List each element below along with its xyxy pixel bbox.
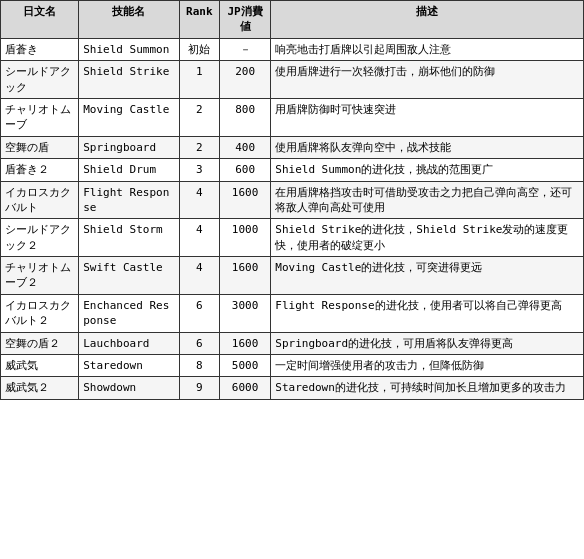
cell-rank: 6: [179, 332, 219, 354]
cell-jp-cost: 1600: [219, 181, 270, 219]
cell-skill-name: Flight Response: [79, 181, 180, 219]
cell-desc: Springboard的进化技，可用盾将队友弹得更高: [271, 332, 584, 354]
cell-desc: Staredown的进化技，可持续时间加长且增加更多的攻击力: [271, 377, 584, 399]
cell-skill-name: Shield Drum: [79, 159, 180, 181]
cell-jp-name: 盾蒼き２: [1, 159, 79, 181]
header-desc: 描述: [271, 1, 584, 39]
cell-skill-name: Shield Strike: [79, 61, 180, 99]
cell-jp-name: 空舞の盾２: [1, 332, 79, 354]
cell-desc: 响亮地击打盾牌以引起周围敌人注意: [271, 38, 584, 60]
cell-rank: 3: [179, 159, 219, 181]
cell-rank: 4: [179, 219, 219, 257]
cell-desc: 使用盾牌将队友弹向空中，战术技能: [271, 136, 584, 158]
cell-jp-cost: 200: [219, 61, 270, 99]
cell-desc: Moving Castle的进化技，可突进得更远: [271, 257, 584, 295]
table-row: チャリオトムーブMoving Castle2800用盾牌防御时可快速突进: [1, 98, 584, 136]
cell-rank: 4: [179, 181, 219, 219]
cell-desc: Shield Summon的进化技，挑战的范围更广: [271, 159, 584, 181]
cell-skill-name: Lauchboard: [79, 332, 180, 354]
cell-desc: 用盾牌防御时可快速突进: [271, 98, 584, 136]
cell-jp-cost: 1600: [219, 332, 270, 354]
cell-jp-name: 空舞の盾: [1, 136, 79, 158]
cell-desc: 一定时间增强使用者的攻击力，但降低防御: [271, 355, 584, 377]
cell-desc: 使用盾牌进行一次轻微打击，崩坏他们的防御: [271, 61, 584, 99]
table-row: 盾蒼き２Shield Drum3600Shield Summon的进化技，挑战的…: [1, 159, 584, 181]
cell-rank: 2: [179, 136, 219, 158]
cell-jp-cost: 400: [219, 136, 270, 158]
cell-jp-cost: 800: [219, 98, 270, 136]
cell-jp-name: シールドアクック２: [1, 219, 79, 257]
cell-jp-cost: 600: [219, 159, 270, 181]
table-row: イカロスカクバルトFlight Response41600在用盾牌格挡攻击时可借…: [1, 181, 584, 219]
cell-rank: 2: [179, 98, 219, 136]
table-row: シールドアクック２Shield Storm41000Shield Strike的…: [1, 219, 584, 257]
header-rank: Rank: [179, 1, 219, 39]
cell-skill-name: Showdown: [79, 377, 180, 399]
cell-desc: 在用盾牌格挡攻击时可借助受攻击之力把自己弹向高空，还可将敌人弹向高处可使用: [271, 181, 584, 219]
cell-skill-name: Moving Castle: [79, 98, 180, 136]
cell-jp-cost: 1600: [219, 257, 270, 295]
cell-desc: Shield Strike的进化技，Shield Strike发动的速度更快，使…: [271, 219, 584, 257]
cell-jp-name: イカロスカクバルト２: [1, 294, 79, 332]
cell-skill-name: Enchanced Response: [79, 294, 180, 332]
table-row: チャリオトムーブ２Swift Castle41600Moving Castle的…: [1, 257, 584, 295]
cell-jp-cost: 6000: [219, 377, 270, 399]
cell-jp-name: 盾蒼き: [1, 38, 79, 60]
table-row: 空舞の盾２Lauchboard61600Springboard的进化技，可用盾将…: [1, 332, 584, 354]
table-row: 盾蒼きShield Summon初始－响亮地击打盾牌以引起周围敌人注意: [1, 38, 584, 60]
cell-jp-name: 威武気: [1, 355, 79, 377]
skills-table: 日文名 技能名 Rank JP消費値 描述 盾蒼きShield Summon初始…: [0, 0, 584, 400]
table-row: 威武気Staredown85000一定时间增强使用者的攻击力，但降低防御: [1, 355, 584, 377]
cell-jp-cost: －: [219, 38, 270, 60]
cell-skill-name: Shield Summon: [79, 38, 180, 60]
header-jp-cost: JP消費値: [219, 1, 270, 39]
header-jp-name: 日文名: [1, 1, 79, 39]
cell-rank: 8: [179, 355, 219, 377]
table-row: シールドアクックShield Strike1200使用盾牌进行一次轻微打击，崩坏…: [1, 61, 584, 99]
cell-rank: 6: [179, 294, 219, 332]
table-row: 威武気２Showdown96000Staredown的进化技，可持续时间加长且增…: [1, 377, 584, 399]
skills-table-container: 日文名 技能名 Rank JP消費値 描述 盾蒼きShield Summon初始…: [0, 0, 584, 400]
cell-jp-name: イカロスカクバルト: [1, 181, 79, 219]
cell-jp-cost: 3000: [219, 294, 270, 332]
cell-rank: 1: [179, 61, 219, 99]
table-row: 空舞の盾Springboard2400使用盾牌将队友弹向空中，战术技能: [1, 136, 584, 158]
cell-jp-name: 威武気２: [1, 377, 79, 399]
cell-rank: 初始: [179, 38, 219, 60]
table-row: イカロスカクバルト２Enchanced Response63000Flight …: [1, 294, 584, 332]
cell-rank: 4: [179, 257, 219, 295]
cell-jp-cost: 1000: [219, 219, 270, 257]
cell-skill-name: Swift Castle: [79, 257, 180, 295]
cell-skill-name: Shield Storm: [79, 219, 180, 257]
cell-jp-name: チャリオトムーブ: [1, 98, 79, 136]
cell-skill-name: Springboard: [79, 136, 180, 158]
cell-jp-name: シールドアクック: [1, 61, 79, 99]
cell-jp-cost: 5000: [219, 355, 270, 377]
cell-rank: 9: [179, 377, 219, 399]
cell-jp-name: チャリオトムーブ２: [1, 257, 79, 295]
header-skill-name: 技能名: [79, 1, 180, 39]
cell-desc: Flight Response的进化技，使用者可以将自己弹得更高: [271, 294, 584, 332]
cell-skill-name: Staredown: [79, 355, 180, 377]
